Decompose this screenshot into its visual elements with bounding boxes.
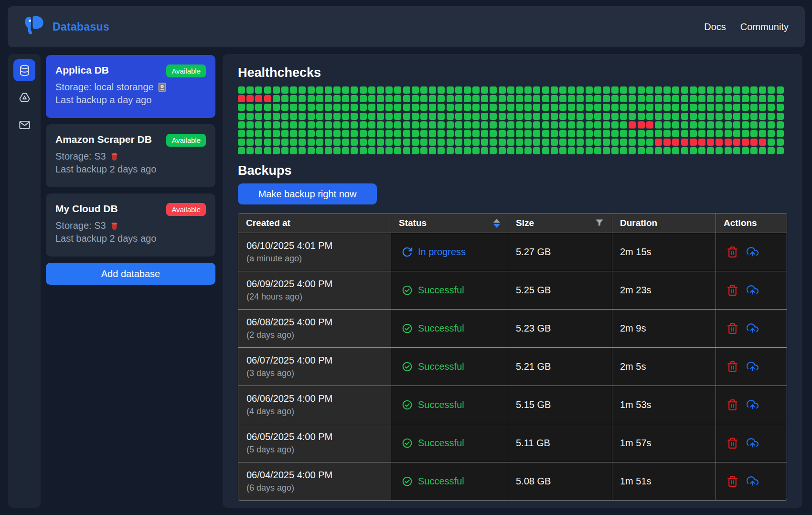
delete-backup-button[interactable] [727,246,738,258]
database-storage: Storage: local storange [55,82,206,93]
healthcheck-cell-ok [638,95,645,102]
sidebar-item-databases[interactable] [13,59,35,81]
in-progress-icon [402,247,413,258]
download-backup-button[interactable] [747,361,759,373]
delete-backup-button[interactable] [727,437,738,449]
healthcheck-cell-ok [238,139,245,146]
cell-status: Successful [391,462,508,500]
healthcheck-cell-failed [638,121,645,129]
healthcheck-cell-ok [663,113,671,120]
download-backup-button[interactable] [747,284,759,296]
healthcheck-cell-ok [750,95,758,102]
sidebar-item-notifications[interactable] [13,114,35,136]
download-backup-button[interactable] [747,437,759,449]
healthcheck-cell-ok [655,121,662,129]
healthcheck-cell-ok [464,147,471,154]
healthcheck-cell-ok [342,113,349,120]
nav-link-community[interactable]: Community [740,21,789,32]
healthcheck-cell-ok [524,113,532,120]
success-check-icon [402,285,413,296]
cell-size: 5.27 GB [508,233,612,271]
healthcheck-cell-ok [716,130,723,137]
healthcheck-cell-ok [290,86,297,94]
healthcheck-cell-ok [246,139,254,146]
delete-backup-button[interactable] [727,361,738,373]
healthcheck-cell-ok [533,147,540,154]
backup-relative-time: (2 days ago) [246,330,294,340]
database-name: My Cloud DB [55,203,118,215]
healthcheck-cell-ok [281,95,288,102]
download-backup-button[interactable] [747,475,759,487]
healthcheck-cell-ok [725,95,732,102]
cell-actions [716,348,786,386]
healthcheck-cell-ok [620,130,627,137]
nav-link-docs[interactable]: Docs [704,21,726,32]
healthcheck-cell-ok [403,113,410,120]
sort-icon[interactable] [493,219,500,228]
column-header-status[interactable]: Status [391,214,508,233]
healthcheck-cell-ok [663,121,671,129]
healthcheck-cell-ok [707,113,714,120]
healthcheck-cell-ok [472,147,480,154]
cell-duration: 2m 15s [612,233,716,271]
filter-icon[interactable] [595,218,604,228]
healthcheck-cell-ok [429,104,436,111]
healthcheck-cell-ok [568,104,575,111]
brand[interactable]: Databasus [24,15,109,39]
healthcheck-cell-ok [638,147,645,154]
delete-backup-button[interactable] [727,475,738,487]
healthcheck-cell-ok [281,121,288,129]
make-backup-button[interactable]: Make backup right now [238,183,377,204]
add-database-button[interactable]: Add database [46,263,215,285]
healthcheck-cell-ok [698,104,705,111]
healthcheck-cell-ok [507,104,514,111]
healthcheck-cell-ok [551,147,558,154]
healthcheck-cell-ok [655,95,662,102]
healthcheck-cell-ok [516,147,523,154]
cell-status: Successful [391,310,508,347]
success-check-icon [402,476,413,487]
healthcheck-cell-ok [464,104,471,111]
healthcheck-cell-ok [499,139,506,146]
sidebar [8,54,41,508]
database-card[interactable]: Applica DB Available Storage: local stor… [46,55,215,118]
healthcheck-cell-ok [403,130,410,137]
healthcheck-cell-ok [620,86,627,94]
cell-size: 5.25 GB [508,271,612,309]
delete-backup-button[interactable] [727,322,738,334]
healthcheck-cell-ok [542,104,549,111]
healthcheck-cell-ok [377,113,384,120]
healthcheck-cell-failed [750,139,758,146]
healthcheck-cell-ok [559,147,566,154]
download-backup-button[interactable] [747,246,759,258]
download-backup-button[interactable] [747,322,759,334]
database-card[interactable]: Amazon Scraper DB Available Storage: S3 … [46,124,215,187]
healthcheck-cell-ok [698,147,705,154]
delete-backup-button[interactable] [727,284,738,296]
healthcheck-cell-ok [524,121,532,129]
backup-date: 06/09/2025 4:00 PM [246,279,332,290]
column-header-size[interactable]: Size [508,214,612,233]
backup-relative-time: (24 hours ago) [246,292,302,302]
healthcheck-cell-ok [499,86,506,94]
download-backup-button[interactable] [747,399,759,411]
healthcheck-cell-ok [542,95,549,102]
healthcheck-cell-ok [586,130,593,137]
healthcheck-cell-ok [342,95,349,102]
healthcheck-cell-ok [655,147,662,154]
healthcheck-cell-ok [750,147,758,154]
delete-backup-button[interactable] [727,399,738,411]
healthcheck-cell-ok [646,139,653,146]
healthcheck-cell-ok [325,147,332,154]
healthcheck-cell-ok [342,139,349,146]
sidebar-item-storages[interactable] [13,86,35,108]
success-check-icon [402,361,413,372]
healthcheck-cell-ok [246,86,254,94]
database-card[interactable]: My Cloud DB Available Storage: S3 Last b… [46,193,215,257]
healthcheck-cell-ok [681,86,688,94]
healthcheck-cell-ok [360,113,367,120]
healthcheck-cell-ok [524,95,532,102]
healthcheck-cell-ok [351,86,358,94]
cell-status: Successful [391,424,508,462]
healthcheck-cell-ok [742,147,749,154]
